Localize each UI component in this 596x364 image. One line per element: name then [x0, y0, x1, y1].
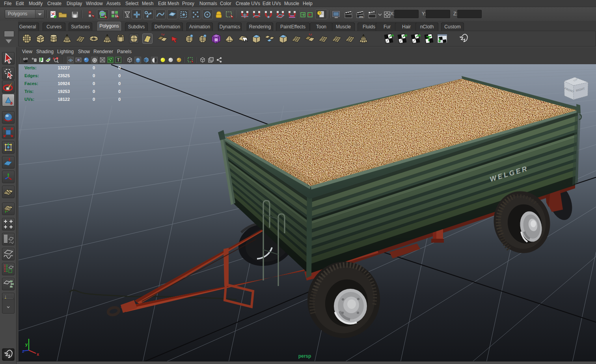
svg-text:0: 0	[93, 89, 95, 94]
svg-text:0: 0	[118, 89, 121, 94]
svg-text:UVs:: UVs:	[24, 97, 34, 102]
svg-text:x: x	[37, 352, 39, 357]
svg-text:0: 0	[118, 81, 121, 86]
svg-text:0: 0	[93, 73, 95, 78]
svg-text:Faces:: Faces:	[24, 81, 38, 86]
svg-text:Verts:: Verts:	[24, 65, 37, 70]
svg-text:0: 0	[118, 97, 121, 102]
svg-text:23525: 23525	[58, 73, 70, 78]
svg-text:0: 0	[118, 65, 121, 70]
svg-text:10924: 10924	[58, 81, 70, 86]
svg-text:0: 0	[118, 73, 121, 78]
svg-text:0: 0	[93, 81, 95, 86]
svg-text:IPR: IPR	[359, 16, 363, 18]
svg-text:y: y	[25, 342, 28, 347]
svg-text:0: 0	[93, 65, 95, 70]
svg-text:T: T	[117, 58, 120, 62]
svg-text:z: z	[22, 349, 24, 353]
svg-text:19253: 19253	[58, 89, 70, 94]
svg-text:13227: 13227	[58, 65, 70, 70]
svg-text:0: 0	[93, 97, 95, 102]
svg-text:Tris:: Tris:	[24, 89, 34, 94]
svg-text:Edges:: Edges:	[24, 73, 39, 78]
svg-text:18122: 18122	[58, 97, 70, 102]
svg-text:persp: persp	[298, 353, 311, 359]
